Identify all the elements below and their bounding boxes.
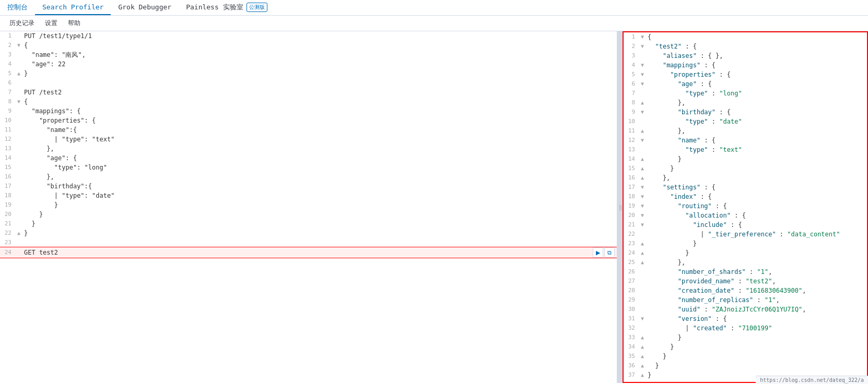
line-number: 33 <box>624 333 639 342</box>
fold-icon[interactable]: ▼ <box>639 220 646 230</box>
line-number: 19 <box>624 201 639 211</box>
fold-icon[interactable]: ▲ <box>639 258 646 267</box>
run-button[interactable]: ▶ <box>593 247 603 258</box>
fold-icon[interactable]: ▼ <box>639 70 646 79</box>
fold-icon[interactable]: ▲ <box>639 342 646 352</box>
code-content: } <box>646 333 865 342</box>
code-content: "include" : { <box>646 220 865 230</box>
table-row: 11 "name":{ <box>0 125 617 135</box>
table-row: 19 } <box>0 200 617 210</box>
line-number: 36 <box>624 361 639 370</box>
fold-icon[interactable]: ▼ <box>639 79 646 89</box>
panel-divider[interactable]: ‖ <box>618 31 623 383</box>
second-nav: 历史记录 设置 帮助 <box>0 16 868 31</box>
line-number: 9 <box>624 107 639 117</box>
code-content: | "type": "date" <box>22 191 615 200</box>
line-number: 3 <box>624 51 639 61</box>
fold-icon[interactable]: ▼ <box>639 192 646 201</box>
line-number: 21 <box>624 220 639 230</box>
status-bar: https://blog.csdn.net/dateq_322/a <box>756 376 868 383</box>
table-row: 16 }, <box>0 172 617 182</box>
code-content: }, <box>646 98 865 107</box>
code-content: { <box>22 97 615 106</box>
fold-icon[interactable]: ▲ <box>639 154 646 164</box>
line-number: 18 <box>624 192 639 201</box>
code-content: "properties": { <box>22 116 615 125</box>
fold-icon[interactable]: ▼ <box>639 183 646 192</box>
line-number: 8 <box>0 97 16 106</box>
fold-icon[interactable]: ▲ <box>639 164 646 173</box>
table-row: 12 | "type": "text" <box>0 135 617 144</box>
nav-item-grok-debugger[interactable]: Grok Debugger <box>111 0 179 15</box>
fold-icon[interactable]: ▲ <box>639 248 646 258</box>
line-number: 15 <box>0 163 16 172</box>
table-row: 21▼ "include" : { <box>624 220 867 230</box>
table-row: 5▼ "properties" : { <box>624 70 867 79</box>
table-row: 9▼ "birthday" : { <box>624 107 867 117</box>
left-code-editor[interactable]: 1 PUT /test1/type1/12▼{3 "name": "南风",4 … <box>0 31 617 383</box>
line-number: 22 <box>0 229 16 238</box>
table-row: 7 PUT /test2 <box>0 88 617 97</box>
line-number: 3 <box>0 50 16 59</box>
line-number: 13 <box>0 144 16 153</box>
fold-icon[interactable]: ▲ <box>16 69 22 78</box>
code-content: "test2" : { <box>646 42 865 51</box>
line-number: 5 <box>624 70 639 79</box>
line-number: 8 <box>624 98 639 107</box>
table-row: 14▲ } <box>624 154 867 164</box>
help-button[interactable]: 帮助 <box>64 18 85 29</box>
fold-icon[interactable]: ▲ <box>639 239 646 248</box>
fold-icon[interactable]: ▲ <box>639 333 646 342</box>
code-content: }, <box>646 173 865 183</box>
fold-icon[interactable]: ▼ <box>639 314 646 323</box>
fold-icon[interactable]: ▲ <box>639 98 646 107</box>
fold-icon[interactable]: ▼ <box>639 201 646 211</box>
line-number: 13 <box>624 145 639 154</box>
fold-icon[interactable]: ▼ <box>639 32 646 42</box>
code-content: | "created" : "7100199" <box>646 323 865 333</box>
code-content: "age": 22 <box>22 59 615 69</box>
line-number: 4 <box>0 59 16 69</box>
line-number: 24 <box>624 248 639 258</box>
line-number: 32 <box>624 323 639 333</box>
copy-button[interactable]: ⧉ <box>604 247 615 258</box>
fold-icon[interactable]: ▼ <box>639 211 646 220</box>
nav-item-search-profiler[interactable]: Search Profiler <box>35 0 111 15</box>
line-number: 30 <box>624 305 639 314</box>
code-content: "aliases" : { }, <box>646 51 865 61</box>
line-number: 37 <box>624 370 639 380</box>
code-content: { <box>22 41 615 50</box>
line-number: 2 <box>624 42 639 51</box>
line-number: 20 <box>624 211 639 220</box>
history-button[interactable]: 历史记录 <box>5 18 39 29</box>
table-row: 30 "uuid" : "ZAJnoizJTcCYr06Q1YU7IQ", <box>624 305 867 314</box>
fold-icon[interactable]: ▼ <box>639 61 646 70</box>
fold-icon[interactable]: ▼ <box>639 107 646 117</box>
nav-item-painless[interactable]: Painless 实验室 公测版 <box>179 0 274 15</box>
settings-button[interactable]: 设置 <box>41 18 62 29</box>
code-content: "name": "南风", <box>22 50 615 59</box>
fold-icon[interactable]: ▲ <box>639 352 646 361</box>
fold-icon[interactable]: ▼ <box>16 97 22 106</box>
table-row: 15▲ } <box>624 164 867 173</box>
nav-item-console[interactable]: 控制台 <box>0 0 35 15</box>
fold-icon[interactable]: ▲ <box>639 370 646 380</box>
left-panel: 1 PUT /test1/type1/12▼{3 "name": "南风",4 … <box>0 31 618 383</box>
line-number: 14 <box>0 153 16 163</box>
fold-icon[interactable]: ▲ <box>16 229 22 238</box>
fold-icon[interactable]: ▲ <box>639 361 646 370</box>
line-number: 26 <box>624 267 639 277</box>
code-content: "uuid" : "ZAJnoizJTcCYr06Q1YU7IQ", <box>646 305 865 314</box>
table-row: 11▲ }, <box>624 126 867 136</box>
fold-icon[interactable]: ▼ <box>639 42 646 51</box>
fold-icon[interactable]: ▼ <box>16 41 22 50</box>
fold-icon[interactable]: ▼ <box>639 136 646 145</box>
table-row: 20▼ "allocation" : { <box>624 211 867 220</box>
code-content: | "type": "text" <box>22 135 615 144</box>
table-row: 6 <box>0 78 617 88</box>
code-content: } <box>646 361 865 370</box>
code-content: } <box>646 164 865 173</box>
right-code-editor[interactable]: 1▼{2▼ "test2" : {3 "aliases" : { },4▼ "m… <box>624 32 867 382</box>
fold-icon[interactable]: ▲ <box>639 126 646 136</box>
fold-icon[interactable]: ▲ <box>639 173 646 183</box>
